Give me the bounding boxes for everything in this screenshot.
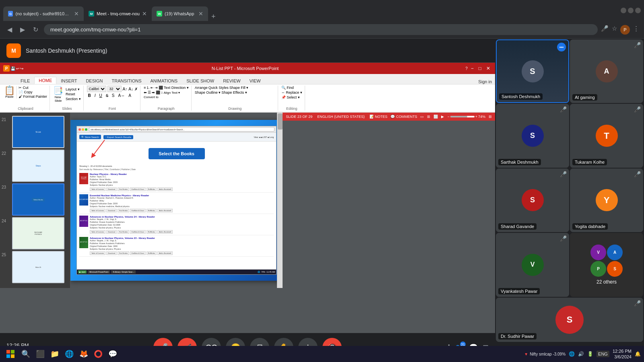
comments-btn[interactable]: 💬 COMMENTS — [390, 115, 417, 119]
convert-to-btn[interactable]: Convert to — [144, 95, 189, 99]
reset-btn[interactable]: Reset — [66, 92, 81, 96]
strikethrough-btn[interactable]: S̶ — [105, 93, 109, 98]
slide-item-23[interactable]: 23 Select Books — [2, 183, 68, 216]
decrease-indent-btn[interactable]: ⇤ — [151, 86, 154, 90]
char-spacing-btn[interactable]: A↔ — [117, 93, 126, 98]
text-dir-btn[interactable]: Text Direction ▾ — [164, 86, 189, 90]
center-btn[interactable]: ☰ — [148, 90, 151, 95]
cut-btn[interactable]: ✂ Cut — [19, 86, 47, 90]
shape-outline-btn[interactable]: Shape Outline ▾ — [195, 90, 221, 95]
maximize-button[interactable] — [628, 8, 634, 13]
shape-fill-btn[interactable]: Shape Fill ▾ — [229, 86, 249, 90]
slideshow-btn[interactable]: ▶ — [441, 115, 444, 119]
explorer-btn[interactable]: 📁 — [48, 348, 61, 360]
clear-format-btn[interactable]: ✗ — [134, 87, 138, 91]
start-button[interactable] — [3, 347, 18, 361]
slide-item-22[interactable]: 22 Steps — [2, 150, 68, 182]
increase-indent-btn[interactable]: ⇥ — [155, 86, 158, 90]
tab-animations[interactable]: ANIMATIONS — [146, 77, 182, 84]
slide-sorter-btn[interactable]: ⊞ — [427, 115, 430, 119]
back-button[interactable]: ◀ — [5, 24, 14, 35]
slide-item-21[interactable]: 21 N-List — [2, 116, 68, 148]
tab-whatsapp-close[interactable]: ✕ — [198, 10, 203, 17]
shape-effects-btn[interactable]: Shape Effects ▾ — [221, 90, 247, 95]
replace-btn[interactable]: ↔ Replace ▾ — [281, 90, 302, 95]
slide-item-24[interactable]: 24 NUCLEARPHYSICS — [2, 217, 68, 249]
tab-home[interactable]: HOME — [34, 77, 56, 84]
tab-design[interactable]: DESIGN — [81, 77, 107, 84]
undo-btn[interactable]: ↩ — [16, 66, 19, 71]
arrange-btn[interactable]: Arrange — [195, 86, 208, 90]
tab-review[interactable]: REVIEW — [219, 77, 245, 84]
copy-btn[interactable]: 📄 Copy — [19, 90, 47, 94]
menu-icon[interactable]: ⋮ — [633, 25, 639, 35]
ppt-minimize-btn[interactable]: − — [469, 66, 475, 71]
ppt-help-btn[interactable]: ? — [465, 66, 468, 71]
reload-button[interactable]: ↻ — [31, 24, 41, 35]
tab-meet[interactable]: M Meet - tmq-cmwe-nou ✕ — [84, 6, 152, 21]
numbering-btn[interactable]: 1. — [147, 86, 150, 90]
firefox-btn[interactable]: 🦊 — [77, 348, 90, 360]
increase-font-btn[interactable]: A↑ — [123, 87, 128, 91]
tab-view[interactable]: VIEW — [245, 77, 265, 84]
decrease-font-btn[interactable]: A↓ — [128, 87, 133, 91]
save-quick-btn[interactable]: 💾 — [10, 66, 15, 71]
zoom-slider[interactable] — [450, 116, 475, 117]
taskview-btn[interactable]: ⬛ — [34, 348, 47, 360]
format-painter-btn[interactable]: 🖌 Format Painter — [19, 95, 47, 99]
profile-icon[interactable]: P — [620, 25, 630, 35]
new-tab-button[interactable]: + — [208, 12, 219, 21]
tab-transitions[interactable]: TRANSITIONS — [107, 77, 146, 84]
notes-btn[interactable]: 📝 NOTES — [369, 115, 388, 119]
bold-btn[interactable]: B — [87, 93, 92, 98]
notifications-icon[interactable]: 🔔 — [635, 351, 641, 357]
align-text-btn[interactable]: Align Text ▾ — [163, 91, 180, 95]
section-btn[interactable]: Section ▾ — [66, 97, 81, 101]
tab-file[interactable]: FILE — [16, 77, 34, 84]
new-slide-btn[interactable]: 📑 NewSlide — [53, 86, 63, 103]
scrollbar-thumb[interactable] — [278, 113, 283, 130]
search-taskbar-btn[interactable]: 🔍 — [19, 348, 32, 360]
font-family-select[interactable]: Calibri — [87, 86, 106, 92]
chrome-btn[interactable]: ⭕ — [92, 348, 105, 360]
find-btn[interactable]: 🔍 Find — [281, 86, 302, 90]
bullets-btn[interactable]: ≡ — [144, 86, 146, 90]
col-btn[interactable]: ⬛ — [159, 86, 163, 90]
tab-gmail-close[interactable]: ✕ — [74, 10, 79, 17]
reading-view-btn[interactable]: ⬜ — [433, 115, 438, 119]
italic-btn[interactable]: I — [93, 93, 97, 98]
tab-whatsapp[interactable]: W (19) WhatsApp ✕ — [152, 6, 208, 21]
fit-btn[interactable]: ⊞ — [489, 115, 492, 119]
underline-btn[interactable]: U — [98, 93, 103, 98]
justify-btn[interactable]: ⬛ — [156, 90, 160, 95]
tab-insert[interactable]: INSERT — [56, 77, 81, 84]
forward-button[interactable]: ▶ — [18, 24, 27, 35]
align-right-btn[interactable]: ➡ — [152, 90, 155, 95]
layout-btn[interactable]: Layout ▾ — [66, 87, 81, 91]
ppt-scrollbar[interactable] — [277, 113, 283, 288]
select-btn[interactable]: 📌 Select ▾ — [281, 95, 302, 99]
bookmark-icon[interactable]: ☆ — [612, 25, 617, 35]
minimize-button[interactable] — [621, 8, 626, 13]
address-input[interactable] — [44, 24, 598, 35]
zoom-out-btn[interactable]: − — [447, 115, 449, 119]
zoom-in-btn[interactable]: + — [475, 115, 477, 119]
align-left-btn[interactable]: ⬅ — [144, 90, 147, 95]
normal-view-btn[interactable]: ▭ — [420, 115, 424, 119]
ppt-restore-btn[interactable]: □ — [477, 66, 483, 71]
whatsapp-taskbar-btn[interactable]: 💬 — [106, 348, 119, 360]
tab-gmail[interactable]: G (no subject) - sudhir8910@gm... ✕ — [3, 6, 84, 21]
tab-slideshow[interactable]: SLIDE SHOW — [182, 77, 219, 84]
shadow-btn[interactable]: S — [111, 93, 116, 98]
redo-btn[interactable]: ↪ — [20, 66, 23, 71]
edge-btn[interactable]: 🌐 — [63, 348, 76, 360]
signin-btn[interactable]: Sign in — [478, 79, 492, 84]
line-spacing-btn[interactable]: ↕ — [161, 90, 163, 95]
font-color-btn[interactable]: A — [127, 93, 132, 98]
close-button[interactable] — [635, 8, 641, 13]
ppt-close-btn[interactable]: ✕ — [485, 66, 492, 71]
font-size-select[interactable]: 32 — [107, 86, 122, 92]
tab-meet-close[interactable]: ✕ — [142, 10, 147, 17]
quick-styles-btn[interactable]: Quick Styles — [208, 86, 229, 90]
slide-item-25[interactable]: 25 Slide 25 — [2, 251, 68, 283]
